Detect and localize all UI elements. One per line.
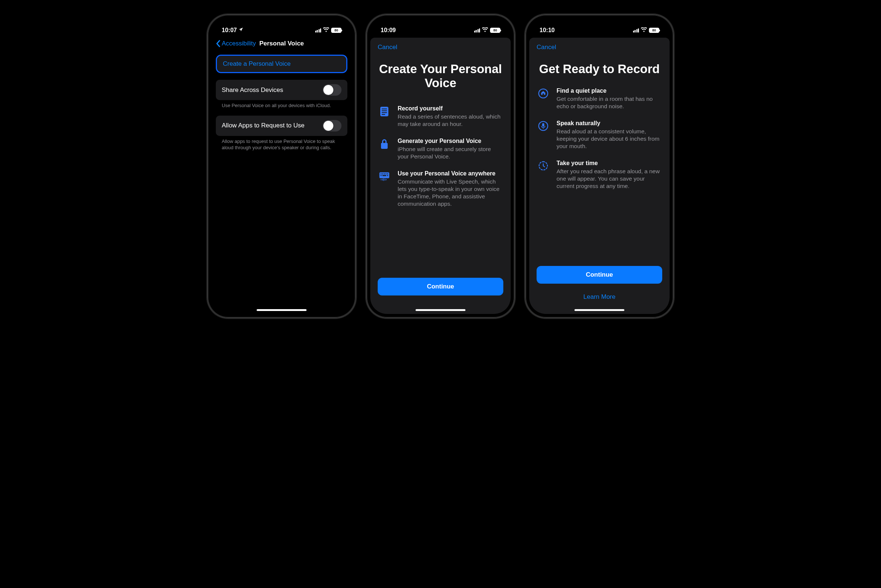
back-label: Accessibility: [222, 40, 256, 47]
home-indicator[interactable]: [575, 309, 624, 311]
sheet-title: Get Ready to Record: [537, 62, 662, 76]
info-title: Take your time: [556, 159, 662, 167]
svg-rect-0: [380, 107, 388, 116]
document-icon: [378, 105, 391, 117]
info-row-quiet: Find a quiet place Get comfortable in a …: [537, 87, 662, 110]
svg-rect-14: [380, 179, 381, 180]
info-desc: Read a series of sentences aloud, which …: [398, 113, 503, 128]
share-footer: Use Personal Voice on all your devices w…: [216, 100, 347, 109]
nav-title: Personal Voice: [259, 40, 304, 47]
battery-icon: 80: [649, 28, 659, 33]
svg-rect-17: [385, 179, 385, 180]
info-desc: Get comfortable in a room that has no ec…: [556, 95, 662, 110]
home-indicator[interactable]: [257, 309, 307, 311]
dynamic-island: [577, 19, 622, 31]
phone-frame-1: 10:07 80 Accessibility Personal Voice: [208, 15, 355, 318]
allow-toggle[interactable]: [323, 120, 341, 132]
allow-label: Allow Apps to Request to Use: [222, 122, 305, 129]
allow-footer: Allow apps to request to use Personal Vo…: [216, 136, 347, 151]
screen-1: 10:07 80 Accessibility Personal Voice: [211, 18, 352, 314]
status-time: 10:09: [380, 27, 396, 34]
sheet-create: Cancel Create Your Personal Voice Record…: [370, 38, 511, 314]
svg-rect-15: [382, 179, 383, 180]
cancel-button[interactable]: Cancel: [378, 44, 397, 51]
info-desc: iPhone will create and securely store yo…: [398, 146, 503, 160]
battery-icon: 80: [490, 28, 501, 33]
svg-point-9: [385, 174, 386, 175]
share-toggle[interactable]: [323, 84, 341, 96]
status-time: 10:10: [540, 27, 555, 34]
svg-rect-4: [382, 114, 385, 115]
info-title: Find a quiet place: [556, 87, 662, 95]
wifi-icon: [482, 27, 488, 34]
info-row-record: Record yourself Read a series of sentenc…: [378, 105, 503, 128]
svg-rect-3: [382, 112, 387, 113]
battery-icon: 80: [331, 28, 341, 33]
home-icon: [537, 87, 550, 99]
wifi-icon: [323, 27, 329, 34]
info-title: Generate your Personal Voice: [398, 137, 503, 145]
svg-point-7: [382, 174, 383, 175]
svg-rect-2: [382, 110, 387, 111]
cancel-button[interactable]: Cancel: [537, 44, 556, 51]
svg-rect-1: [382, 109, 387, 110]
svg-rect-13: [382, 175, 386, 176]
microphone-icon: [537, 120, 550, 132]
sheet-ready: Cancel Get Ready to Record Find a quiet …: [529, 38, 670, 314]
screen-3: 10:10 80 Cancel Get Ready to Record Find…: [529, 18, 670, 314]
info-desc: Communicate with Live Speech, which lets…: [398, 178, 503, 208]
phone-frame-2: 10:09 80 Cancel Create Your Personal Voi…: [367, 15, 514, 318]
info-row-generate: Generate your Personal Voice iPhone will…: [378, 137, 503, 160]
create-personal-voice-cell[interactable]: Create a Personal Voice: [216, 55, 347, 73]
svg-rect-21: [542, 123, 544, 127]
back-button[interactable]: Accessibility: [216, 40, 256, 47]
info-row-time: Take your time After you read each phras…: [537, 159, 662, 190]
continue-button[interactable]: Continue: [537, 266, 662, 284]
svg-point-12: [387, 175, 388, 176]
info-title: Speak naturally: [556, 120, 662, 128]
location-icon: [238, 27, 244, 34]
continue-button[interactable]: Continue: [378, 278, 503, 296]
share-label: Share Across Devices: [222, 86, 283, 94]
dynamic-island: [418, 19, 463, 31]
clock-icon: [537, 159, 550, 171]
sheet-title: Create Your Personal Voice: [378, 62, 503, 90]
svg-rect-18: [386, 179, 386, 180]
info-title: Use your Personal Voice anywhere: [398, 170, 503, 178]
keyboard-voice-icon: [378, 170, 391, 183]
svg-point-10: [387, 174, 388, 175]
svg-point-11: [380, 175, 382, 176]
info-desc: Read aloud at a consistent volume, keepi…: [556, 128, 662, 150]
create-label: Create a Personal Voice: [223, 60, 290, 68]
share-across-devices-cell[interactable]: Share Across Devices: [216, 80, 347, 100]
learn-more-button[interactable]: Learn More: [537, 291, 662, 303]
signal-icon: [633, 28, 639, 33]
phone-frame-3: 10:10 80 Cancel Get Ready to Record Find…: [526, 15, 673, 318]
svg-point-6: [380, 174, 382, 175]
signal-icon: [315, 28, 322, 33]
home-indicator[interactable]: [416, 309, 466, 311]
wifi-icon: [641, 27, 647, 34]
svg-point-8: [384, 174, 385, 175]
svg-rect-16: [383, 178, 384, 181]
info-desc: After you read each phrase aloud, a new …: [556, 168, 662, 190]
lock-icon: [378, 137, 391, 150]
dynamic-island: [259, 19, 304, 31]
status-time: 10:07: [222, 27, 237, 34]
signal-icon: [474, 28, 480, 33]
info-row-use: Use your Personal Voice anywhere Communi…: [378, 170, 503, 208]
info-row-speak: Speak naturally Read aloud at a consiste…: [537, 120, 662, 150]
info-title: Record yourself: [398, 105, 503, 112]
nav-bar: Accessibility Personal Voice: [211, 37, 352, 51]
screen-2: 10:09 80 Cancel Create Your Personal Voi…: [370, 18, 511, 314]
allow-apps-cell[interactable]: Allow Apps to Request to Use: [216, 116, 347, 136]
